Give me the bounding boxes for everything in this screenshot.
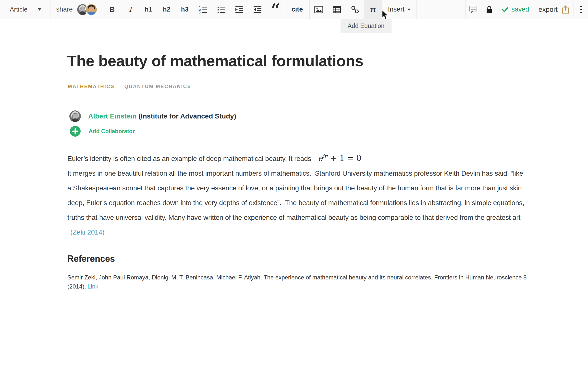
insert-image-button[interactable] bbox=[310, 0, 328, 19]
collaborator-avatar-image bbox=[86, 4, 97, 15]
svg-text:3: 3 bbox=[199, 11, 201, 13]
comment-icon bbox=[469, 6, 478, 13]
chevron-down-icon bbox=[407, 9, 411, 11]
add-collaborator-label: Add Collaborator bbox=[89, 128, 135, 135]
bullet-list-button[interactable] bbox=[212, 0, 230, 19]
cite-label: cite bbox=[292, 6, 303, 13]
h1-button[interactable]: h1 bbox=[139, 0, 158, 19]
tag-mathemathics[interactable]: MATHEMATHICS bbox=[68, 84, 114, 89]
pi-icon: π bbox=[370, 5, 376, 13]
h3-label: h3 bbox=[181, 6, 188, 13]
article-body[interactable]: Euler’s identity is often cited as an ex… bbox=[67, 151, 524, 240]
blockquote-icon: “ bbox=[271, 9, 280, 17]
equation-line: Euler’s identity is often cited as an ex… bbox=[67, 151, 524, 166]
link-icon bbox=[351, 5, 359, 14]
tag-quantum-mechanics[interactable]: QUANTUM MECHANICS bbox=[124, 84, 191, 89]
share-label: share bbox=[56, 6, 73, 13]
author-avatar[interactable] bbox=[69, 110, 81, 122]
save-status: saved bbox=[497, 0, 534, 19]
insert-link-button[interactable] bbox=[346, 0, 364, 19]
plus-icon bbox=[70, 126, 81, 137]
body-paragraph-text: It merges in one beautiful relation all … bbox=[67, 170, 526, 221]
mouse-cursor bbox=[382, 10, 389, 20]
insert-table-button[interactable] bbox=[328, 0, 346, 19]
citation-link-zeki-2014[interactable]: (Zeki 2014) bbox=[70, 228, 104, 236]
add-collaborator-button[interactable]: Add Collaborator bbox=[70, 126, 135, 137]
h1-label: h1 bbox=[145, 6, 152, 13]
export-label: export bbox=[539, 6, 558, 13]
bold-label: B bbox=[110, 6, 115, 13]
bold-button[interactable]: B bbox=[103, 0, 121, 19]
collaborator-avatars bbox=[77, 4, 97, 15]
inline-equation[interactable]: eiπ + 1 = 0 bbox=[318, 153, 361, 163]
add-equation-tooltip: Add Equation bbox=[341, 19, 392, 33]
reference-entry: Semir Zeki, John Paul Romaya, Dionigi M.… bbox=[67, 273, 528, 291]
italic-button[interactable]: I bbox=[121, 0, 139, 19]
author-affiliation: (Institute for Advanced Study) bbox=[138, 112, 236, 120]
chevron-down-icon bbox=[38, 8, 41, 11]
reference-text: Semir Zeki, John Paul Romaya, Dionigi M.… bbox=[67, 274, 527, 290]
table-icon bbox=[333, 6, 341, 13]
equation-base: e bbox=[318, 153, 323, 163]
share-button[interactable]: share bbox=[50, 0, 103, 19]
body-paragraph: It merges in one beautiful relation all … bbox=[67, 166, 524, 240]
overflow-menu-button[interactable] bbox=[574, 0, 588, 19]
privacy-lock-button[interactable] bbox=[481, 0, 497, 19]
bullet-list-icon bbox=[217, 6, 225, 13]
h3-button[interactable]: h3 bbox=[176, 0, 194, 19]
equation-superscript: iπ bbox=[323, 153, 328, 159]
h2-label: h2 bbox=[163, 6, 170, 13]
document-title[interactable]: The beauty of mathematical formulations bbox=[67, 52, 363, 70]
indent-icon bbox=[235, 6, 244, 13]
toolbar-spacer bbox=[416, 0, 466, 19]
tag-list: MATHEMATHICS QUANTUM MECHANICS bbox=[68, 84, 191, 89]
author-line: Albert Einstein (Institute for Advanced … bbox=[88, 112, 236, 120]
author-row: Albert Einstein (Institute for Advanced … bbox=[69, 110, 236, 122]
image-icon bbox=[314, 6, 323, 13]
saved-label: saved bbox=[511, 6, 529, 13]
author-name-link[interactable]: Albert Einstein bbox=[88, 112, 137, 120]
article-type-dropdown[interactable]: Article bbox=[0, 0, 50, 19]
h2-button[interactable]: h2 bbox=[158, 0, 176, 19]
check-icon bbox=[502, 7, 508, 13]
article-type-label: Article bbox=[10, 6, 27, 13]
indent-button[interactable] bbox=[230, 0, 248, 19]
sentence-before-equation: Euler’s identity is often cited as an ex… bbox=[67, 155, 313, 162]
cite-button[interactable]: cite bbox=[285, 0, 309, 19]
toolbar: Article share bbox=[0, 0, 588, 19]
insert-label: Insert bbox=[388, 6, 404, 13]
add-equation-button[interactable]: π bbox=[364, 0, 382, 19]
ordered-list-icon: 1 2 3 bbox=[199, 6, 207, 13]
editor-page: Article share bbox=[0, 0, 588, 368]
comments-button[interactable] bbox=[466, 0, 481, 19]
outdent-icon bbox=[253, 6, 262, 13]
export-icon bbox=[562, 5, 569, 14]
einstein-avatar-image bbox=[69, 110, 81, 122]
references-heading: References bbox=[67, 254, 115, 264]
reference-link[interactable]: Link bbox=[87, 283, 98, 290]
ordered-list-button[interactable]: 1 2 3 bbox=[194, 0, 212, 19]
export-button[interactable]: export bbox=[534, 0, 574, 19]
italic-label: I bbox=[129, 5, 132, 13]
outdent-button[interactable] bbox=[248, 0, 267, 19]
kebab-menu-icon bbox=[580, 6, 582, 13]
add-equation-tooltip-label: Add Equation bbox=[348, 22, 384, 29]
avatar-collaborator[interactable] bbox=[86, 4, 97, 15]
lock-icon bbox=[486, 6, 493, 13]
blockquote-button[interactable]: “ bbox=[267, 0, 285, 19]
equation-tail: + 1 = 0 bbox=[328, 153, 361, 163]
